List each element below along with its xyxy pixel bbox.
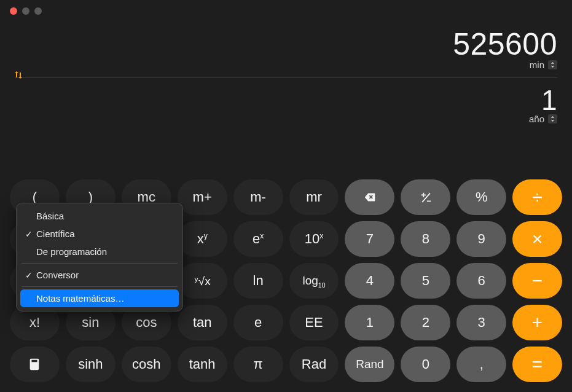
menu-item-math-notes[interactable]: Notas matemáticas…	[20, 289, 179, 307]
menu-item-scientific[interactable]: Científica	[20, 225, 179, 243]
converter-top-unit: min	[530, 60, 544, 70]
delete-icon	[363, 190, 377, 204]
key-plus[interactable]: +	[512, 305, 562, 340]
converter-top-unit-picker[interactable]	[548, 60, 557, 69]
key-m-plus[interactable]: m+	[178, 179, 227, 215]
mode-menu-popup: Básica Científica De programación Conver…	[16, 203, 183, 312]
converter-bottom-unit: año	[529, 114, 544, 124]
key-plus-minus[interactable]	[401, 179, 450, 215]
menu-item-converter[interactable]: Conversor	[20, 266, 179, 284]
key-6[interactable]: 6	[456, 263, 506, 299]
key-9[interactable]: 9	[456, 221, 506, 257]
key-equals[interactable]: =	[512, 347, 562, 382]
menu-separator	[22, 286, 178, 287]
key-percent[interactable]: %	[456, 179, 506, 215]
key-rand[interactable]: Rand	[345, 347, 394, 382]
key-divide[interactable]: ÷	[512, 179, 562, 215]
key-log10[interactable]: log10	[289, 263, 339, 299]
key-decimal[interactable]: ,	[456, 347, 506, 382]
converter-top-value: 525600	[15, 28, 557, 61]
menu-item-basic[interactable]: Básica	[20, 207, 179, 225]
key-0[interactable]: 0	[401, 347, 450, 382]
key-cosh[interactable]: cosh	[122, 347, 171, 382]
key-3[interactable]: 3	[456, 305, 506, 340]
key-m-minus[interactable]: m-	[233, 179, 283, 215]
key-ee[interactable]: EE	[289, 305, 339, 340]
menu-separator	[22, 263, 178, 264]
key-2[interactable]: 2	[401, 305, 450, 340]
chevron-up-down-icon	[550, 116, 555, 122]
swap-units-button[interactable]	[14, 70, 23, 80]
window-zoom-button[interactable]	[34, 7, 42, 15]
key-tan[interactable]: tan	[178, 305, 227, 340]
key-yth-root[interactable]: ʸ√x	[178, 263, 227, 299]
key-pi[interactable]: π	[233, 347, 283, 382]
key-1[interactable]: 1	[345, 305, 394, 340]
calculator-display: 525600 min 1 año	[0, 22, 572, 127]
key-ln[interactable]: ln	[233, 263, 283, 299]
swap-icon	[14, 70, 23, 80]
window-close-button[interactable]	[10, 7, 17, 15]
window-titlebar	[0, 0, 572, 22]
key-5[interactable]: 5	[401, 263, 450, 299]
key-delete[interactable]	[345, 179, 394, 215]
key-e[interactable]: e	[233, 305, 283, 340]
key-mr[interactable]: mr	[289, 179, 339, 215]
key-ten-to-x[interactable]: 10x	[289, 221, 339, 257]
key-tanh[interactable]: tanh	[178, 347, 227, 382]
window-minimize-button[interactable]	[22, 7, 29, 15]
key-e-to-x[interactable]: ex	[233, 221, 283, 257]
key-4[interactable]: 4	[345, 263, 394, 299]
key-sinh[interactable]: sinh	[66, 347, 116, 382]
key-mode-menu[interactable]	[10, 347, 60, 382]
menu-item-programmer[interactable]: De programación	[20, 243, 179, 261]
key-minus[interactable]: −	[512, 263, 562, 299]
key-8[interactable]: 8	[401, 221, 450, 257]
calculator-icon	[28, 358, 41, 371]
converter-bottom-unit-picker[interactable]	[548, 114, 557, 123]
converter-bottom-value: 1	[15, 85, 557, 115]
key-x-to-y[interactable]: xy	[178, 221, 227, 257]
key-7[interactable]: 7	[345, 221, 394, 257]
key-multiply[interactable]: ×	[512, 221, 562, 257]
key-rad[interactable]: Rad	[289, 347, 339, 382]
plus-minus-icon	[419, 190, 433, 204]
display-divider	[15, 77, 557, 78]
chevron-up-down-icon	[550, 62, 555, 68]
